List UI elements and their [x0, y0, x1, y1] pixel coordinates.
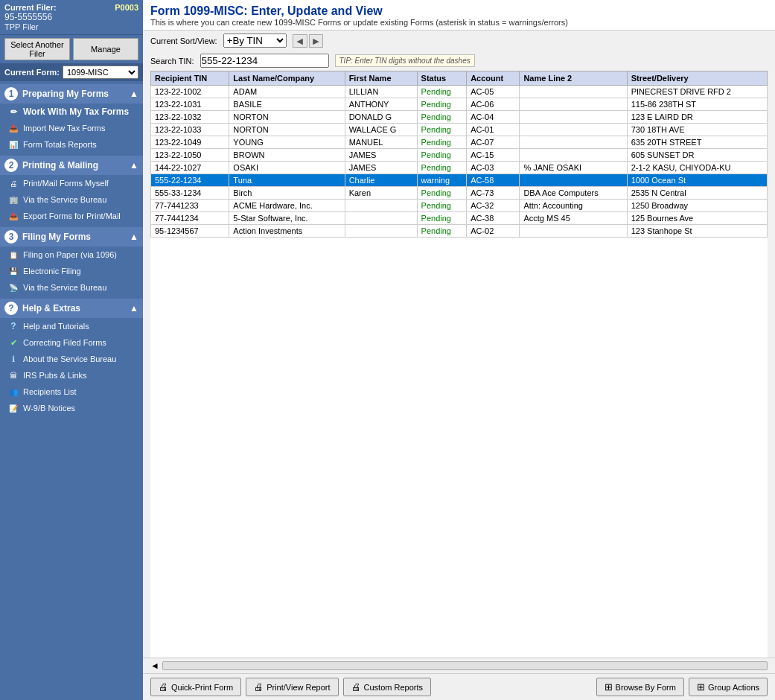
- sort-select[interactable]: +By TIN-By TIN+By Name-By Name: [223, 34, 287, 48]
- cell-street: PINECREST DRIVE RFD 2: [627, 86, 767, 98]
- select-another-filer-button[interactable]: Select Another Filer: [4, 38, 70, 60]
- section-filing-title: Filing My Forms: [22, 232, 91, 242]
- cell-last: Tuna: [229, 174, 345, 187]
- cell-street: 123 E LAIRD DR: [627, 111, 767, 124]
- electronic-icon: [7, 265, 19, 277]
- cell-street: 2-1-2 KASU, CHIYODA-KU: [627, 162, 767, 174]
- cell-status: Pending: [417, 149, 467, 162]
- section-printing-title: Printing & Mailing: [22, 160, 98, 171]
- cell-account: AC-01: [467, 124, 520, 136]
- sidebar-item-import[interactable]: Import New Tax Forms: [0, 120, 143, 136]
- cell-last: OSAKI: [229, 162, 345, 174]
- search-tin-input[interactable]: [200, 54, 329, 68]
- scroll-track[interactable]: [162, 661, 768, 670]
- cell-nameline2: [520, 111, 627, 124]
- cell-status: Pending: [417, 212, 467, 225]
- cell-last: NORTON: [229, 111, 345, 124]
- sidebar-item-w9b-notices[interactable]: W-9/B Notices: [0, 400, 143, 416]
- cell-first: MANUEL: [345, 136, 417, 149]
- section-help-header[interactable]: ? Help & Extras ▲: [0, 299, 143, 318]
- info-icon: [7, 353, 19, 365]
- sort-label: Current Sort/View:: [150, 36, 217, 45]
- col-tin: Recipient TIN: [151, 71, 229, 86]
- table-row[interactable]: 123-22-1049 YOUNG MANUEL Pending AC-07 6…: [151, 136, 768, 149]
- table-row[interactable]: 77-7441233 ACME Hardware, Inc. Pending A…: [151, 200, 768, 212]
- table-row[interactable]: 555-22-1234 Tuna Charlie warning AC-58 1…: [151, 174, 768, 187]
- table-row[interactable]: 95-1234567 Action Investments Pending AC…: [151, 225, 768, 238]
- cell-nameline2: Attn: Accounting: [520, 200, 627, 212]
- sidebar-item-w9b-notices-label: W-9/B Notices: [23, 404, 75, 413]
- sidebar-item-about-service[interactable]: About the Service Bureau: [0, 351, 143, 367]
- bottom-left-buttons: 🖨 Quick-Print Form 🖨 Print/View Report 🖨…: [150, 678, 431, 696]
- section-filing-header[interactable]: 3 Filing My Forms ▲: [0, 227, 143, 246]
- browse-by-form-button[interactable]: ⊞ Browse By Form: [596, 678, 684, 696]
- section-printing-header[interactable]: 2 Printing & Mailing ▲: [0, 156, 143, 175]
- cell-tin: 95-1234567: [151, 225, 229, 238]
- sidebar-item-export-print[interactable]: Export Forms for Print/Mail: [0, 208, 143, 224]
- chevron-icon-3: ▲: [130, 232, 138, 242]
- sort-right-arrow[interactable]: ►: [309, 34, 324, 48]
- cell-tin: 123-22-1032: [151, 111, 229, 124]
- sidebar-item-print-mail[interactable]: Print/Mail Forms Myself: [0, 175, 143, 191]
- service-icon: [7, 194, 19, 206]
- cell-street: 115-86 238TH ST: [627, 98, 767, 111]
- cell-first: JAMES: [345, 162, 417, 174]
- custom-reports-button[interactable]: 🖨 Custom Reports: [343, 678, 431, 696]
- sidebar-item-filing-paper-label: Filing on Paper (via 1096): [23, 250, 117, 259]
- sort-arrows: ◄ ►: [293, 34, 324, 48]
- section-printing: 2 Printing & Mailing ▲ Print/Mail Forms …: [0, 156, 143, 224]
- sidebar-item-help-tutorials[interactable]: Help and Tutorials: [0, 318, 143, 334]
- cell-first: Charlie: [345, 174, 417, 187]
- custom-reports-icon: 🖨: [351, 681, 361, 693]
- current-form-select[interactable]: 1099-MISC: [63, 66, 138, 79]
- section-num-3: 3: [4, 230, 18, 244]
- quick-print-button[interactable]: 🖨 Quick-Print Form: [150, 678, 241, 696]
- filer-id: P0003: [115, 3, 138, 12]
- sidebar-bottom-spacer: [0, 416, 143, 700]
- cell-last: Action Investments: [229, 225, 345, 238]
- manage-button[interactable]: Manage: [73, 38, 138, 60]
- cell-account: AC-38: [467, 212, 520, 225]
- sidebar-item-form-totals[interactable]: Form Totals Reports: [0, 136, 143, 153]
- sidebar-item-electronic-filing[interactable]: Electronic Filing: [0, 263, 143, 279]
- cell-last: ADAM: [229, 86, 345, 98]
- section-preparing-header[interactable]: 1 Preparing My Forms ▲: [0, 84, 143, 104]
- cell-first: WALLACE G: [345, 124, 417, 136]
- notice-icon: [7, 402, 19, 414]
- table-row[interactable]: 123-22-1033 NORTON WALLACE G Pending AC-…: [151, 124, 768, 136]
- quick-print-label: Quick-Print Form: [171, 683, 233, 692]
- sidebar-item-via-service[interactable]: Via the Service Bureau: [0, 191, 143, 208]
- sidebar-item-correcting-forms[interactable]: Correcting Filed Forms: [0, 334, 143, 351]
- browse-icon: ⊞: [605, 681, 613, 693]
- table-row[interactable]: 123-22-1002 ADAM LILLIAN Pending AC-05 P…: [151, 86, 768, 98]
- sidebar-item-work-tax-forms[interactable]: Work With My Tax Forms: [0, 104, 143, 120]
- printer-icon: 🖨: [159, 681, 168, 693]
- sidebar-item-recipients-list[interactable]: Recipients List: [0, 384, 143, 400]
- sidebar-item-via-service-bureau[interactable]: Via the Service Bureau: [0, 279, 143, 296]
- cell-account: AC-15: [467, 149, 520, 162]
- print-view-report-button[interactable]: 🖨 Print/View Report: [246, 678, 338, 696]
- table-row[interactable]: 123-22-1031 BASILE ANTHONY Pending AC-06…: [151, 98, 768, 111]
- cell-status: Pending: [417, 225, 467, 238]
- sidebar-item-form-totals-label: Form Totals Reports: [23, 140, 97, 149]
- filer-buttons: Select Another Filer Manage: [0, 35, 143, 63]
- main-header: Form 1099-MISC: Enter, Update and View T…: [143, 0, 775, 31]
- cell-last: YOUNG: [229, 136, 345, 149]
- cell-street: 1000 Ocean St: [627, 174, 767, 187]
- cell-tin: 555-33-1234: [151, 187, 229, 200]
- table-row[interactable]: 123-22-1050 BROWN JAMES Pending AC-15 60…: [151, 149, 768, 162]
- table-row[interactable]: 123-22-1032 NORTON DONALD G Pending AC-0…: [151, 111, 768, 124]
- cell-street: 605 SUNSET DR: [627, 149, 767, 162]
- col-first: First Name: [345, 71, 417, 86]
- group-actions-button[interactable]: ⊞ Group Actions: [689, 678, 768, 696]
- sidebar-item-filing-paper[interactable]: Filing on Paper (via 1096): [0, 246, 143, 263]
- sort-toolbar: Current Sort/View: +By TIN-By TIN+By Nam…: [143, 31, 775, 51]
- table-row[interactable]: 555-33-1234 Birch Karen Pending AC-73 DB…: [151, 187, 768, 200]
- sort-left-arrow[interactable]: ◄: [293, 34, 307, 48]
- cell-first: ANTHONY: [345, 98, 417, 111]
- scroll-left-arrow[interactable]: ◄: [150, 661, 159, 671]
- table-row[interactable]: 77-7441234 5-Star Software, Inc. Pending…: [151, 212, 768, 225]
- table-row[interactable]: 144-22-1027 OSAKI JAMES Pending AC-03 % …: [151, 162, 768, 174]
- sidebar-item-irs-pubs[interactable]: IRS Pubs & Links: [0, 367, 143, 384]
- cell-status: Pending: [417, 124, 467, 136]
